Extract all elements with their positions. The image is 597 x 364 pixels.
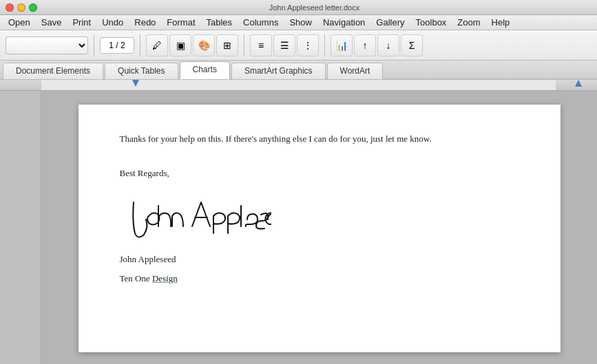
ribbon-tabs: Document Elements Quick Tables Charts Sm… [0, 61, 597, 80]
align-group: ≡ ☰ ⋮ [250, 34, 319, 56]
menu-show[interactable]: Show [284, 16, 317, 29]
menu-save[interactable]: Save [36, 16, 67, 29]
menu-bar: Open Save Print Undo Redo Format Tables … [0, 15, 597, 30]
menu-columns[interactable]: Columns [238, 16, 284, 29]
main-area: Thanks for your help on this. If there's… [0, 91, 597, 364]
paint-format-button[interactable]: 🖊 [146, 34, 168, 56]
tab-quick-tables[interactable]: Quick Tables [105, 63, 178, 79]
menu-open[interactable]: Open [3, 16, 36, 29]
align-center-button[interactable]: ☰ [273, 34, 295, 56]
sum-icon: Σ [409, 40, 415, 51]
sep-3 [244, 34, 244, 56]
maximize-button[interactable] [29, 3, 37, 12]
sep-4 [324, 34, 325, 56]
sort-asc-button[interactable]: ↑ [354, 34, 376, 56]
columns-icon: ⋮ [303, 40, 313, 51]
border-icon: ▣ [176, 40, 185, 51]
align-left-icon: ≡ [258, 40, 264, 51]
border-button[interactable]: ▣ [169, 34, 191, 56]
color-icon: 🎨 [198, 40, 210, 51]
format-group: 🖊 ▣ 🎨 ⊞ [146, 34, 238, 56]
menu-toolbox[interactable]: Toolbox [410, 16, 452, 29]
menu-redo[interactable]: Redo [129, 16, 161, 29]
typed-name: John Appleseed [120, 253, 519, 266]
tab-charts[interactable]: Charts [180, 61, 230, 79]
menu-undo[interactable]: Undo [96, 16, 129, 29]
company-name: Ten One Design [120, 272, 519, 286]
chart-button[interactable]: 📊 [331, 34, 353, 56]
style-select[interactable] [6, 36, 88, 54]
menu-zoom[interactable]: Zoom [452, 16, 485, 29]
menu-print[interactable]: Print [67, 16, 96, 29]
minimize-button[interactable] [17, 3, 25, 12]
page-indicator: 1 / 2 [100, 37, 134, 54]
columns-button[interactable]: ⋮ [297, 34, 319, 56]
table-icon: ⊞ [223, 40, 231, 51]
color-button[interactable]: 🎨 [193, 34, 215, 56]
signature-area: Best Regards, [120, 167, 519, 286]
sort-asc-icon: ↑ [363, 40, 368, 51]
sort-desc-icon: ↓ [386, 40, 391, 51]
menu-format[interactable]: Format [161, 16, 200, 29]
paint-icon: 🖊 [152, 40, 162, 51]
sum-button[interactable]: Σ [401, 34, 423, 56]
style-group [6, 36, 88, 54]
window-controls[interactable] [6, 3, 37, 12]
align-left-button[interactable]: ≡ [250, 34, 272, 56]
menu-gallery[interactable]: Gallery [370, 16, 410, 29]
document-page: Thanks for your help on this. If there's… [78, 105, 561, 352]
menu-tables[interactable]: Tables [201, 16, 238, 29]
body-paragraph: Thanks for your help on this. If there's… [120, 132, 519, 146]
table-button[interactable]: ⊞ [216, 34, 238, 56]
ruler [0, 80, 597, 91]
document-area: Thanks for your help on this. If there's… [41, 91, 597, 364]
menu-navigation[interactable]: Navigation [317, 16, 370, 29]
close-button[interactable] [6, 3, 14, 12]
left-sidebar [0, 91, 41, 364]
tab-wordart[interactable]: WordArt [327, 63, 384, 79]
sep-2 [140, 34, 140, 56]
window-title: John Appleseed letter.docx [37, 3, 591, 12]
sep-1 [94, 34, 94, 56]
sort-desc-button[interactable]: ↓ [377, 34, 399, 56]
tab-document-elements[interactable]: Document Elements [3, 63, 103, 79]
toolbar: 1 / 2 🖊 ▣ 🎨 ⊞ ≡ ☰ ⋮ 📊 ↑ ↓ Σ [0, 30, 597, 61]
salutation: Best Regards, [120, 167, 519, 180]
tab-smartart-graphics[interactable]: SmartArt Graphics [231, 63, 326, 79]
signature-image [120, 185, 271, 247]
company-name-underlined: Design [152, 273, 178, 283]
align-center-icon: ☰ [280, 40, 289, 51]
chart-group: 📊 ↑ ↓ Σ [331, 34, 423, 56]
title-bar: John Appleseed letter.docx [0, 0, 597, 15]
menu-help[interactable]: Help [486, 16, 516, 29]
chart-icon: 📊 [336, 40, 348, 51]
page-group: 1 / 2 [100, 37, 134, 54]
